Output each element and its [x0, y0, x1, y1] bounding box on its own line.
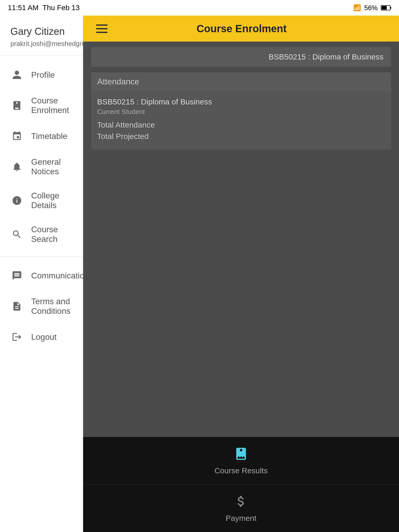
- course-results-label: Course Results: [214, 466, 268, 475]
- content-area: BSB50215 : Diploma of Business Attendanc…: [83, 42, 399, 532]
- sidebar-item-communication-label: Communication: [31, 271, 89, 281]
- sidebar-item-course-search[interactable]: Course Search: [0, 217, 83, 251]
- attendance-course-name: BSB50215 : Diploma of Business: [97, 97, 385, 106]
- course-search-icon: [10, 228, 23, 241]
- general-notices-icon: [10, 160, 23, 173]
- attendance-projected: Total Projected: [97, 132, 385, 141]
- hamburger-line-1: [96, 24, 108, 26]
- top-bar: Course Enrolment: [83, 16, 399, 42]
- attendance-total: Total Attendance: [97, 121, 385, 129]
- wifi-icon: 📶: [353, 4, 361, 11]
- user-info: Gary Citizen prakrit.joshi@meshedgroup.c…: [0, 16, 83, 56]
- attendance-title: Attendance: [97, 77, 385, 87]
- right-panel: Course Enrolment BSB50215 : Diploma of B…: [83, 16, 399, 532]
- logout-icon: [10, 330, 23, 343]
- page-title: Course Enrolment: [110, 23, 373, 35]
- hamburger-button[interactable]: [94, 22, 110, 36]
- status-indicators: 📶 56%: [353, 4, 391, 12]
- bottom-cards: Course Results Payment: [83, 437, 399, 532]
- sidebar-item-general-notices-label: General Notices: [31, 157, 75, 176]
- user-name: Gary Citizen: [10, 26, 75, 37]
- sidebar-item-profile-label: Profile: [31, 70, 55, 80]
- attendance-body: BSB50215 : Diploma of Business Current S…: [91, 91, 391, 150]
- hamburger-line-2: [96, 28, 108, 29]
- battery-icon: [381, 5, 391, 11]
- course-selector-text: BSB50215 : Diploma of Business: [99, 52, 383, 61]
- user-email: prakrit.joshi@meshedgroup.com.au: [10, 40, 75, 48]
- sidebar-item-communication[interactable]: Communication: [0, 262, 83, 289]
- course-selector[interactable]: BSB50215 : Diploma of Business: [91, 47, 391, 67]
- content-inner: BSB50215 : Diploma of Business Attendanc…: [83, 42, 399, 437]
- attendance-status: Current Student: [97, 108, 385, 116]
- course-results-card[interactable]: Course Results: [83, 437, 399, 484]
- svg-rect-2: [382, 6, 387, 10]
- bottom-nav: Communication Terms and Conditions Logou…: [0, 257, 83, 356]
- status-bar: 11:51 AM Thu Feb 13 📶 56%: [0, 0, 399, 16]
- main-layout: Gary Citizen prakrit.joshi@meshedgroup.c…: [0, 16, 399, 532]
- sidebar-item-general-notices[interactable]: General Notices: [0, 150, 83, 184]
- sidebar-item-course-enrolment-label: Course Enrolment: [31, 96, 75, 115]
- attendance-header: Attendance: [91, 72, 391, 91]
- communication-icon: [10, 269, 23, 282]
- payment-card[interactable]: Payment: [83, 484, 399, 532]
- sidebar-item-timetable-label: Timetable: [31, 131, 67, 141]
- course-results-icon: [234, 447, 248, 462]
- sidebar-item-college-details[interactable]: College Details: [0, 184, 83, 217]
- terms-conditions-icon: [10, 300, 23, 313]
- college-details-icon: [10, 194, 23, 207]
- profile-icon: [10, 68, 23, 81]
- sidebar: Gary Citizen prakrit.joshi@meshedgroup.c…: [0, 16, 83, 532]
- sidebar-item-logout-label: Logout: [31, 332, 57, 342]
- battery-indicator: 56%: [364, 4, 378, 12]
- sidebar-item-course-enrolment[interactable]: Course Enrolment: [0, 89, 83, 122]
- payment-icon: [234, 494, 248, 510]
- sidebar-item-terms-conditions-label: Terms and Conditions: [31, 297, 75, 316]
- sidebar-item-terms-conditions[interactable]: Terms and Conditions: [0, 289, 83, 323]
- sidebar-item-logout[interactable]: Logout: [0, 323, 83, 351]
- sidebar-item-timetable[interactable]: Timetable: [0, 122, 83, 150]
- hamburger-line-3: [96, 32, 108, 33]
- main-nav: Profile Course Enrolment Timetable: [0, 56, 83, 257]
- timetable-icon: [10, 130, 23, 143]
- payment-label: Payment: [226, 514, 256, 523]
- svg-rect-1: [390, 7, 391, 9]
- status-time: 11:51 AM Thu Feb 13: [8, 4, 80, 12]
- sidebar-item-college-details-label: College Details: [31, 191, 75, 210]
- course-enrolment-icon: [10, 99, 23, 112]
- sidebar-item-course-search-label: Course Search: [31, 225, 75, 244]
- sidebar-item-profile[interactable]: Profile: [0, 61, 83, 89]
